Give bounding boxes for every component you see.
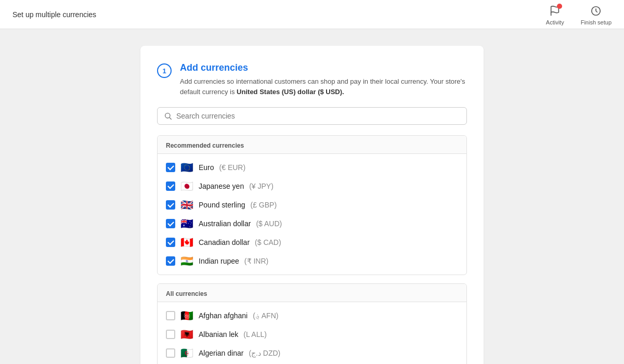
- activity-label: Activity: [546, 19, 564, 25]
- all-currencies-section: All currencies 🇦🇫 Afghan afghani (؋ AFN)…: [157, 283, 467, 364]
- recommended-currencies-section: Recommended currencies 🇪🇺 Euro (€ EUR) 🇯…: [157, 135, 467, 275]
- card-desc-bold: United States (US) dollar ($ USD).: [237, 88, 344, 96]
- recommended-currency-item[interactable]: 🇨🇦 Canadian dollar ($ CAD): [158, 233, 466, 252]
- currency-flag: 🇦🇺: [180, 218, 193, 229]
- currency-name: Algerian dinar: [199, 349, 243, 357]
- currency-name: Afghan afghani: [199, 311, 248, 320]
- card-title: Add currencies: [180, 62, 467, 73]
- currency-flag: 🇬🇧: [180, 200, 193, 210]
- recommended-currency-item[interactable]: 🇯🇵 Japanese yen (¥ JPY): [158, 177, 466, 196]
- currency-name: Japanese yen: [199, 182, 244, 190]
- currency-name: Albanian lek: [199, 330, 238, 339]
- currency-code: (L ALL): [243, 330, 267, 339]
- currency-name: Australian dollar: [199, 219, 251, 228]
- recommended-currency-item[interactable]: 🇬🇧 Pound sterling (£ GBP): [158, 196, 466, 214]
- currency-flag: 🇪🇺: [180, 162, 193, 173]
- page-title: Set up multiple currencies: [12, 10, 96, 19]
- activity-button[interactable]: Activity: [546, 4, 564, 25]
- recommended-currency-list: 🇪🇺 Euro (€ EUR) 🇯🇵 Japanese yen (¥ JPY) …: [158, 154, 466, 275]
- currency-code: ($ AUD): [256, 219, 282, 228]
- all-currency-item[interactable]: 🇦🇱 Albanian lek (L ALL): [158, 325, 466, 344]
- recommended-currency-item[interactable]: 🇦🇺 Australian dollar ($ AUD): [158, 214, 466, 233]
- currency-checkbox[interactable]: [166, 163, 175, 172]
- currency-checkbox[interactable]: [166, 348, 175, 358]
- currency-name: Euro: [199, 163, 214, 172]
- currency-checkbox[interactable]: [166, 238, 175, 247]
- currency-checkbox[interactable]: [166, 311, 175, 320]
- search-box: [157, 107, 467, 125]
- recommended-currency-item[interactable]: 🇪🇺 Euro (€ EUR): [158, 158, 466, 177]
- activity-icon: [548, 4, 562, 18]
- recommended-section-label: Recommended currencies: [158, 136, 466, 154]
- currency-code: (¥ JPY): [249, 182, 274, 190]
- step-badge: 1: [157, 63, 172, 78]
- search-icon: [164, 112, 172, 120]
- svg-point-2: [165, 113, 170, 118]
- currency-flag: 🇦🇱: [180, 329, 193, 340]
- currency-flag: 🇦🇫: [180, 310, 193, 321]
- all-currency-item[interactable]: 🇩🇿 Algerian dinar (د.ج DZD): [158, 344, 466, 362]
- currency-name: Pound sterling: [199, 201, 245, 209]
- all-section-label: All currencies: [158, 284, 466, 302]
- currency-name: Canadian dollar: [199, 238, 250, 246]
- svg-line-3: [170, 118, 172, 120]
- currency-code: (₹ INR): [244, 257, 268, 265]
- currency-flag: 🇩🇿: [180, 348, 193, 358]
- topbar-actions: Activity Finish setup: [546, 4, 612, 25]
- currency-code: (د.ج DZD): [249, 349, 280, 357]
- all-currency-list: 🇦🇫 Afghan afghani (؋ AFN) 🇦🇱 Albanian le…: [158, 302, 466, 364]
- main-content: 1 Add currencies Add currencies so inter…: [0, 29, 624, 364]
- currency-code: (€ EUR): [219, 163, 246, 172]
- currency-name: Indian rupee: [199, 257, 239, 265]
- currency-code: (£ GBP): [251, 201, 277, 209]
- search-input[interactable]: [176, 112, 460, 120]
- activity-badge: [557, 4, 562, 9]
- card-header-content: Add currencies Add currencies so interna…: [180, 62, 467, 97]
- topbar: Set up multiple currencies Activity: [0, 0, 624, 29]
- finish-setup-icon: [589, 4, 603, 18]
- finish-setup-label: Finish setup: [581, 19, 612, 25]
- currency-checkbox[interactable]: [166, 330, 175, 339]
- currency-code: ($ CAD): [255, 238, 281, 246]
- card-header: 1 Add currencies Add currencies so inter…: [157, 62, 467, 97]
- currency-flag: 🇨🇦: [180, 237, 193, 248]
- currency-checkbox[interactable]: [166, 181, 175, 191]
- all-currency-item[interactable]: 🇦🇫 Afghan afghani (؋ AFN): [158, 306, 466, 325]
- recommended-currency-item[interactable]: 🇮🇳 Indian rupee (₹ INR): [158, 252, 466, 270]
- add-currencies-card: 1 Add currencies Add currencies so inter…: [140, 46, 484, 364]
- currency-code: (؋ AFN): [253, 311, 278, 320]
- finish-setup-button[interactable]: Finish setup: [581, 4, 612, 25]
- currency-flag: 🇯🇵: [180, 181, 193, 191]
- currency-flag: 🇮🇳: [180, 256, 193, 266]
- currency-checkbox[interactable]: [166, 256, 175, 266]
- currency-checkbox[interactable]: [166, 200, 175, 210]
- currency-checkbox[interactable]: [166, 219, 175, 228]
- card-description: Add currencies so international customer…: [180, 76, 467, 97]
